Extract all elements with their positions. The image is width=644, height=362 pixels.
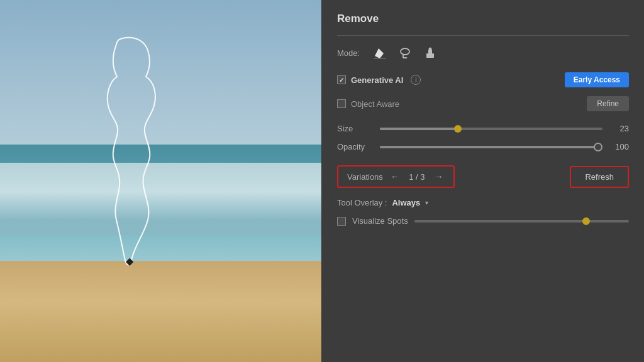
- tool-overlay-value: Always: [392, 198, 420, 207]
- object-aware-label: Object Aware: [351, 99, 399, 109]
- object-aware-row: Object Aware Refine: [337, 96, 629, 111]
- sand-background: [0, 261, 321, 362]
- opacity-slider-row: Opacity 100: [337, 142, 629, 151]
- image-panel: ◆: [0, 0, 322, 362]
- visualize-spots-label: Visualize Spots: [352, 216, 408, 226]
- svg-point-2: [401, 48, 409, 55]
- opacity-slider-fill: [380, 146, 598, 148]
- cursor-icon: ◆: [126, 255, 138, 268]
- generative-ai-checkbox[interactable]: [337, 75, 346, 84]
- divider: [337, 35, 629, 36]
- variations-section: Variations ← 1 / 3 → Refresh: [337, 165, 629, 188]
- tool-overlay-label: Tool Overlay :: [337, 198, 387, 207]
- section-title: Remove: [337, 13, 629, 25]
- object-aware-checkbox[interactable]: [337, 99, 346, 108]
- visualize-spots-slider[interactable]: [414, 220, 629, 222]
- size-value: 23: [609, 124, 629, 133]
- tool-overlay-dropdown-icon[interactable]: ▾: [425, 199, 428, 206]
- opacity-value: 100: [609, 142, 629, 151]
- object-aware-checkbox-wrapper: Object Aware: [337, 99, 587, 109]
- controls-panel: Remove Mode:: [322, 0, 644, 362]
- variations-count: 1 / 3: [407, 172, 427, 182]
- early-access-button[interactable]: Early Access: [565, 72, 629, 87]
- generative-ai-info-icon[interactable]: i: [411, 75, 421, 85]
- visualize-spots-thumb: [582, 217, 590, 225]
- svg-point-7: [429, 48, 432, 51]
- svg-rect-5: [426, 53, 434, 58]
- erase-mode-icon[interactable]: [371, 46, 389, 60]
- opacity-label: Opacity: [337, 142, 374, 151]
- tool-overlay-row: Tool Overlay : Always ▾: [337, 198, 629, 207]
- variations-label: Variations: [347, 172, 383, 182]
- svg-marker-0: [375, 48, 384, 58]
- generative-ai-checkbox-wrapper: Generative AI i: [337, 75, 565, 85]
- generative-ai-label: Generative AI: [351, 75, 403, 85]
- selection-outline: [75, 31, 176, 270]
- stamp-mode-icon[interactable]: [421, 46, 439, 60]
- size-slider-fill: [380, 128, 458, 130]
- opacity-slider-thumb: [594, 143, 602, 151]
- opacity-slider-track[interactable]: [380, 146, 602, 148]
- variations-box: Variations ← 1 / 3 →: [337, 165, 455, 188]
- mode-row: Mode:: [337, 46, 629, 60]
- visualize-spots-row: Visualize Spots: [337, 216, 629, 226]
- variations-prev-button[interactable]: ←: [389, 172, 401, 182]
- refresh-button[interactable]: Refresh: [570, 166, 629, 188]
- refine-button[interactable]: Refine: [587, 96, 629, 111]
- size-slider-row: Size 23: [337, 124, 629, 133]
- lasso-mode-icon[interactable]: [396, 46, 414, 60]
- size-label: Size: [337, 124, 374, 133]
- size-slider-track[interactable]: [380, 128, 602, 130]
- mode-label: Mode:: [337, 48, 360, 58]
- size-slider-thumb: [454, 125, 462, 133]
- generative-ai-row: Generative AI i Early Access: [337, 72, 629, 87]
- visualize-spots-checkbox[interactable]: [337, 217, 346, 226]
- variations-next-button[interactable]: →: [433, 172, 445, 182]
